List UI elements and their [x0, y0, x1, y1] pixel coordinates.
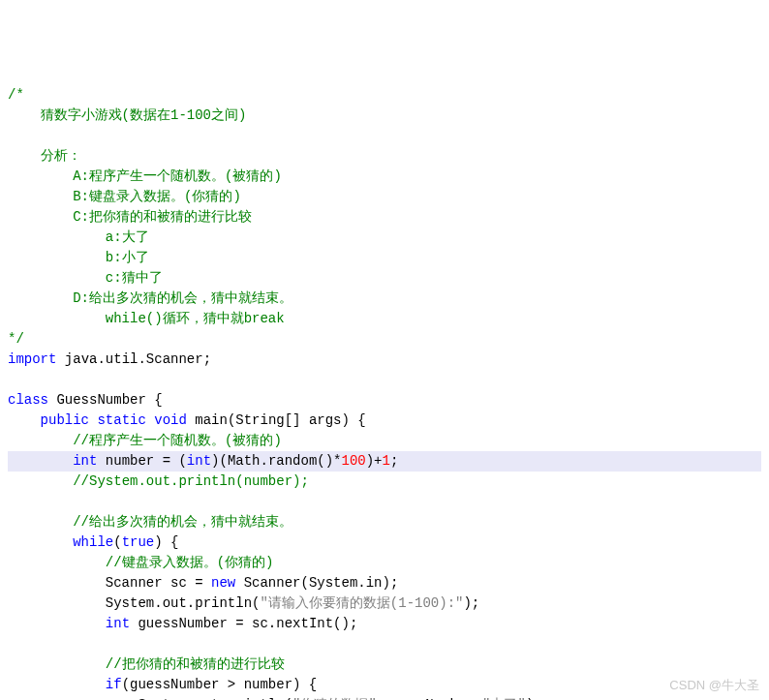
keyword-int: int	[106, 616, 130, 631]
string-literal: "请输入你要猜的数据(1-100):"	[260, 595, 463, 611]
keyword-int: int	[73, 453, 97, 469]
keyword-void: void	[154, 412, 187, 428]
keyword-if: if	[106, 677, 122, 692]
comment-line: while()循环，猜中就break	[8, 311, 285, 326]
keyword-static: static	[97, 412, 145, 428]
code-text: );	[463, 595, 479, 611]
code-text: )+	[366, 453, 383, 469]
comment-line: c:猜中了	[8, 270, 163, 286]
code-text: Scanner sc =	[8, 575, 211, 591]
comment-line: a:大了	[8, 229, 149, 245]
code-text: )(Math.random()*	[211, 453, 341, 469]
code-text: ;	[390, 453, 398, 469]
keyword-while: while	[73, 534, 113, 550]
comment-line: //程序产生一个随机数。(被猜的)	[73, 433, 282, 448]
indent	[8, 616, 106, 631]
code-text: (	[113, 534, 121, 550]
keyword-int-cast: int	[187, 453, 211, 469]
import-path: java.util.Scanner;	[56, 351, 211, 367]
code-text: (guessNumber > number) {	[122, 677, 318, 692]
code-text: System.out.println(	[8, 595, 260, 611]
comment-line: //给出多次猜的机会，猜中就结束。	[73, 514, 292, 530]
code-text: guessNumber = sc.nextInt();	[130, 616, 357, 631]
keyword-new: new	[211, 575, 235, 591]
comment-line: //System.out.println(number);	[73, 473, 309, 489]
number-literal: 100	[342, 453, 366, 469]
keyword-public: public	[41, 412, 89, 428]
comment-line: D:给出多次猜的机会，猜中就结束。	[8, 290, 292, 306]
comment-line: B:键盘录入数据。(你猜的)	[8, 189, 241, 204]
keyword-true: true	[122, 534, 155, 550]
comment-line: //把你猜的和被猜的进行比较	[106, 656, 285, 672]
class-decl: GuessNumber {	[48, 392, 163, 408]
code-text: ) {	[154, 534, 178, 550]
comment-block-close: */	[8, 331, 24, 347]
comment-line: A:程序产生一个随机数。(被猜的)	[8, 168, 282, 184]
keyword-import: import	[8, 351, 56, 367]
comment-line: C:把你猜的和被猜的进行比较	[8, 209, 252, 225]
comment-line: b:小了	[8, 250, 149, 265]
comment-line: //键盘录入数据。(你猜的)	[106, 555, 274, 570]
number-literal: 1	[383, 453, 390, 469]
keyword-class: class	[8, 392, 48, 408]
comment-block-open: /*	[8, 87, 24, 103]
watermark-text: CSDN @牛大圣	[669, 676, 759, 695]
code-text: number = (	[97, 453, 186, 469]
highlighted-line: int number = (int)(Math.random()*100)+1;	[8, 451, 761, 472]
main-sig: main(String[] args) {	[187, 412, 366, 428]
comment-line: 猜数字小游戏(数据在1-100之间)	[8, 107, 246, 123]
comment-line: 分析：	[8, 148, 81, 164]
code-text: Scanner(System.in);	[235, 575, 398, 591]
